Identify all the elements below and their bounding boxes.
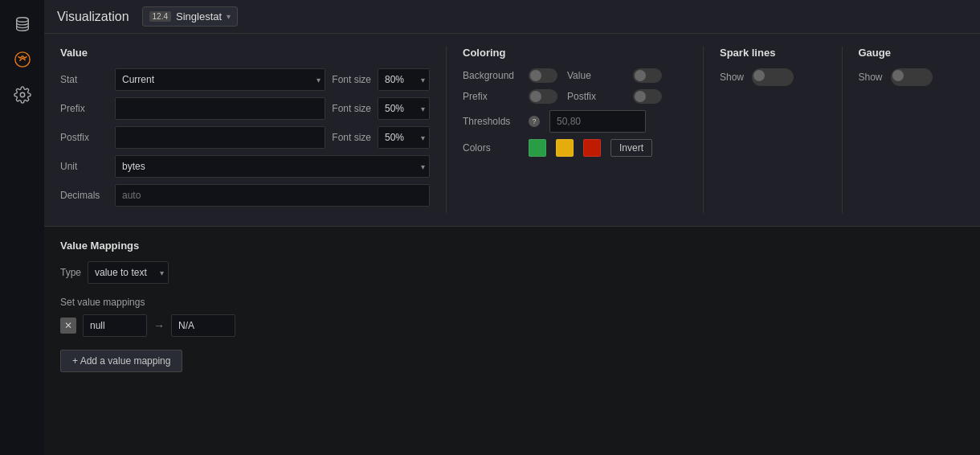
sparklines-column: Spark lines Show xyxy=(703,47,842,213)
top-bar: Visualization 12.4 Singlestat ▾ xyxy=(44,0,980,34)
postfix-row: Postfix Font size 20% 30% 50% 80% 100% xyxy=(60,126,430,149)
prefix-postfix-row: Prefix Postfix xyxy=(463,89,687,104)
decimals-row: Decimals xyxy=(60,184,430,207)
stat-label: Stat xyxy=(60,74,108,85)
font-size-select-wrap-3: 20% 30% 50% 80% 100% xyxy=(378,126,430,149)
mapping-arrow-icon: → xyxy=(153,319,165,332)
svg-point-1 xyxy=(14,52,29,67)
postfix-toggle[interactable] xyxy=(633,89,662,104)
mapping-from-input[interactable] xyxy=(83,314,147,337)
background-toggle[interactable] xyxy=(529,68,557,83)
type-label: Type xyxy=(60,267,81,278)
set-mappings-title: Set value mappings xyxy=(60,297,964,308)
vis-name: Singlestat xyxy=(176,10,222,23)
content-area: Value Stat Current Min Max Avg Sum Count xyxy=(44,34,980,455)
prefix-coloring-label: Prefix xyxy=(463,91,519,102)
prefix-toggle-slider xyxy=(529,89,557,104)
value-toggle-slider xyxy=(633,68,662,83)
gauge-show-label: Show xyxy=(859,72,883,83)
colors-row: Colors Invert xyxy=(463,139,687,157)
sparklines-toggle[interactable] xyxy=(752,68,794,86)
type-row: Type value to text range to text xyxy=(60,261,964,284)
color-swatch-orange[interactable] xyxy=(556,139,574,157)
value-mappings-title: Value Mappings xyxy=(60,240,964,252)
value-coloring-label: Value xyxy=(567,70,623,81)
postfix-coloring-label: Postfix xyxy=(567,91,623,102)
stat-row: Stat Current Min Max Avg Sum Count Last xyxy=(60,68,430,91)
prefix-row: Prefix Font size 20% 30% 50% 80% 100% xyxy=(60,97,430,120)
postfix-input[interactable] xyxy=(115,126,325,149)
mapping-to-input[interactable] xyxy=(171,314,235,337)
sidebar-item-settings[interactable] xyxy=(6,79,39,111)
prefix-input[interactable] xyxy=(115,97,325,120)
postfix-toggle-slider xyxy=(633,89,662,104)
unit-label: Unit xyxy=(60,161,108,172)
gauge-show-row: Show xyxy=(859,68,965,86)
sparklines-toggle-slider xyxy=(752,68,794,86)
sidebar-item-database[interactable] xyxy=(6,8,39,40)
type-select-wrap: value to text range to text xyxy=(88,261,169,284)
font-size-select-wrap-1: 20% 30% 50% 80% 100% 120% 150% 200% xyxy=(378,68,430,91)
svg-point-0 xyxy=(16,18,28,23)
thresholds-help-icon[interactable]: ? xyxy=(529,116,540,127)
database-icon xyxy=(14,15,31,33)
color-swatch-green[interactable] xyxy=(529,139,546,157)
value-column: Value Stat Current Min Max Avg Sum Count xyxy=(60,47,446,213)
gauge-toggle[interactable] xyxy=(891,68,933,86)
thresholds-label: Thresholds xyxy=(463,116,519,127)
background-toggle-slider xyxy=(529,68,557,83)
gear-icon xyxy=(14,86,31,104)
background-label: Background xyxy=(463,70,519,81)
font-size-select-3[interactable]: 20% 30% 50% 80% 100% xyxy=(378,126,430,149)
font-size-select-1[interactable]: 20% 30% 50% 80% 100% 120% 150% 200% xyxy=(378,68,430,91)
decimals-input[interactable] xyxy=(115,184,430,207)
svg-point-2 xyxy=(20,92,25,97)
three-columns: Value Stat Current Min Max Avg Sum Count xyxy=(60,47,964,213)
background-value-row: Background Value xyxy=(463,68,687,83)
sidebar-item-chart[interactable] xyxy=(6,43,39,76)
unit-row: Unit bytes short none percent xyxy=(60,155,430,178)
chart-icon xyxy=(14,51,31,68)
font-size-label-3: Font size xyxy=(332,132,371,143)
stat-select[interactable]: Current Min Max Avg Sum Count Last xyxy=(115,68,325,91)
gauge-toggle-slider xyxy=(891,68,933,86)
thresholds-row: Thresholds ? xyxy=(463,110,687,133)
value-title: Value xyxy=(60,47,430,59)
value-toggle[interactable] xyxy=(633,68,662,83)
remove-mapping-button[interactable]: ✕ xyxy=(60,318,76,334)
prefix-label: Prefix xyxy=(60,103,108,114)
decimals-label: Decimals xyxy=(60,190,108,201)
page-title: Visualization xyxy=(57,10,129,24)
unit-select-wrap: bytes short none percent xyxy=(115,155,430,178)
gauge-column: Gauge Show xyxy=(842,47,965,213)
font-size-label-2: Font size xyxy=(332,103,371,114)
mapping-row: ✕ → xyxy=(60,314,964,337)
unit-select[interactable]: bytes short none percent xyxy=(115,155,430,178)
postfix-label: Postfix xyxy=(60,132,108,143)
sparklines-show-label: Show xyxy=(720,72,744,83)
color-swatch-red[interactable] xyxy=(583,139,601,157)
font-size-select-2[interactable]: 20% 30% 50% 80% 100% xyxy=(378,97,430,120)
prefix-toggle[interactable] xyxy=(529,89,557,104)
colors-label: Colors xyxy=(463,142,519,154)
main-content: Visualization 12.4 Singlestat ▾ Value St… xyxy=(44,0,980,455)
font-size-select-wrap-2: 20% 30% 50% 80% 100% xyxy=(378,97,430,120)
sparklines-title: Spark lines xyxy=(720,47,826,59)
vis-badge: 12.4 xyxy=(149,11,171,22)
add-mapping-button[interactable]: + Add a value mapping xyxy=(60,350,182,372)
vis-selector[interactable]: 12.4 Singlestat ▾ xyxy=(142,6,239,27)
value-mappings-section: Value Mappings Type value to text range … xyxy=(44,227,980,385)
stat-select-wrap: Current Min Max Avg Sum Count Last xyxy=(115,68,325,91)
font-size-label-1: Font size xyxy=(332,74,371,85)
sparklines-show-row: Show xyxy=(720,68,826,86)
coloring-column: Coloring Background Value xyxy=(446,47,703,213)
dropdown-arrow-icon: ▾ xyxy=(227,12,231,21)
type-select[interactable]: value to text range to text xyxy=(88,261,169,284)
right-columns: Spark lines Show Gauge xyxy=(703,47,964,213)
visualization-panel: Value Stat Current Min Max Avg Sum Count xyxy=(44,34,980,227)
sidebar xyxy=(0,0,44,455)
thresholds-input[interactable] xyxy=(549,110,646,133)
gauge-title: Gauge xyxy=(859,47,965,59)
coloring-title: Coloring xyxy=(463,47,687,59)
invert-button[interactable]: Invert xyxy=(610,139,652,157)
